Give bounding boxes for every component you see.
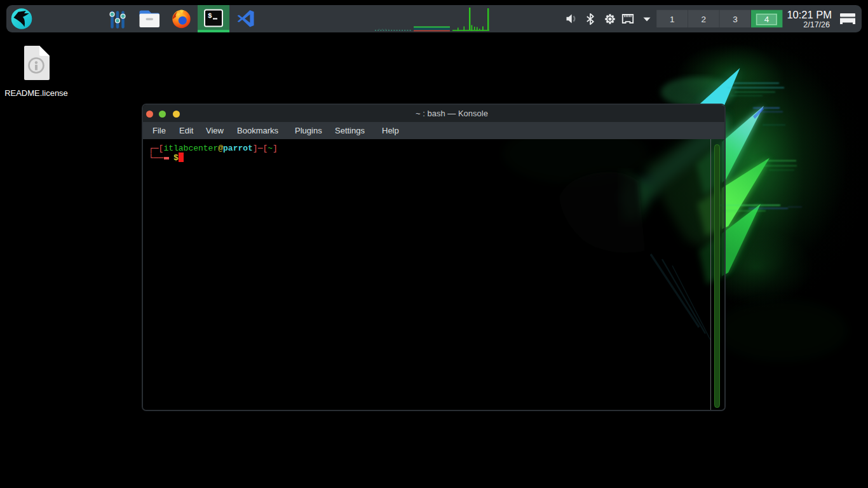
svg-text:2/17/26: 2/17/26 (803, 20, 830, 29)
svg-text:3: 3 (733, 15, 738, 24)
svg-text:10:21 PM: 10:21 PM (787, 9, 832, 20)
svg-text:4: 4 (764, 15, 770, 24)
svg-text:1: 1 (670, 15, 675, 24)
svg-text:2: 2 (702, 15, 707, 24)
svg-text:$: $ (208, 12, 212, 20)
